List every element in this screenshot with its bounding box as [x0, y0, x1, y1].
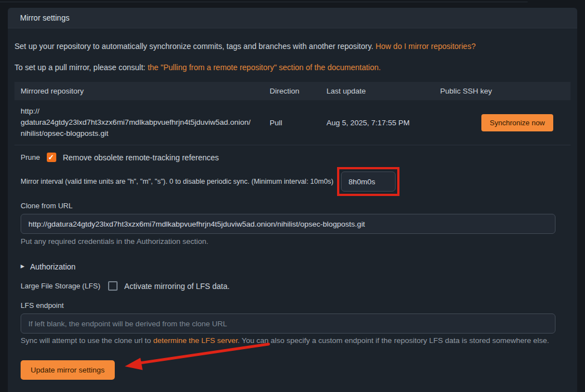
mirror-interval-row: Mirror interval (valid time units are "h… — [21, 171, 555, 192]
mirrored-repository-url: http:// gdatura24gtdy23lxd7ht3xzx6mi7mdl… — [14, 106, 264, 139]
mirror-settings-panel: Mirror settings Set up your repository t… — [8, 8, 577, 392]
mirrored-repositories-table: Mirrored repository Direction Last updat… — [14, 82, 571, 145]
panel-header: Mirror settings — [8, 8, 577, 28]
lfs-help-before: Sync will attempt to use the clone url t… — [21, 336, 153, 345]
clone-url-input[interactable] — [21, 214, 555, 234]
direction-value: Pull — [264, 119, 320, 127]
col-header-public-ssh-key: Public SSH key — [434, 87, 571, 95]
prune-row: Prune Remove obsolete remote-tracking re… — [21, 153, 555, 162]
update-mirror-settings-button[interactable]: Update mirror settings — [21, 360, 115, 380]
intro-line-1-text: Set up your repository to automatically … — [14, 42, 373, 51]
intro-line-1: Set up your repository to automatically … — [14, 41, 571, 52]
col-header-mirrored-repository: Mirrored repository — [14, 87, 264, 95]
prune-label: Prune — [21, 153, 40, 161]
prune-description: Remove obsolete remote-tracking referenc… — [63, 153, 219, 162]
col-header-direction: Direction — [264, 87, 320, 95]
determine-lfs-server-link[interactable]: determine the LFS server — [153, 336, 238, 345]
intro-line-2: To set up a pull mirror, please consult:… — [14, 62, 571, 73]
lfs-row: Large File Storage (LFS) Activate mirror… — [21, 281, 555, 291]
clone-url-label: Clone from URL — [21, 202, 555, 210]
previous-section-divider — [0, 2, 528, 2]
chevron-right-icon: ▶ — [21, 263, 25, 269]
lfs-help-after: . You can also specify a custom endpoint… — [237, 336, 549, 345]
lfs-checkbox[interactable] — [108, 281, 118, 291]
repo-url-line: nihilist/opsec-blogposts.git — [21, 128, 262, 139]
last-update-value: Aug 5, 2025, 7:17:55 PM — [320, 119, 434, 127]
intro-line-2-text: To set up a pull mirror, please consult: — [14, 63, 145, 72]
clone-url-help: Put any required credentials in the Auth… — [21, 237, 555, 246]
lfs-label: Large File Storage (LFS) — [21, 282, 100, 290]
table-row: http:// gdatura24gtdy23lxd7ht3xzx6mi7mdl… — [14, 100, 571, 145]
pulling-docs-link[interactable]: the "Pulling from a remote repository" s… — [148, 63, 381, 72]
lfs-endpoint-label: LFS endpoint — [21, 301, 555, 310]
authorization-expander[interactable]: ▶ Authorization — [21, 262, 555, 271]
prune-checkbox[interactable] — [47, 153, 56, 162]
authorization-label: Authorization — [30, 262, 76, 271]
lfs-endpoint-input[interactable] — [21, 313, 555, 334]
lfs-checkbox-text: Activate mirroring of LFS data. — [124, 282, 230, 291]
mirror-interval-label: Mirror interval (valid time units are "h… — [21, 178, 334, 185]
repo-url-line: http:// — [21, 106, 262, 117]
repo-url-line: gdatura24gtdy23lxd7ht3xzx6mi7mdlkabpvuef… — [21, 117, 262, 128]
col-header-last-update: Last update — [320, 87, 434, 95]
how-do-i-mirror-link[interactable]: How do I mirror repositories? — [376, 42, 476, 51]
lfs-help: Sync will attempt to use the clone url t… — [21, 336, 555, 345]
panel-title: Mirror settings — [20, 13, 70, 22]
mirror-interval-input[interactable] — [341, 171, 396, 192]
table-header-row: Mirrored repository Direction Last updat… — [14, 82, 571, 100]
synchronize-now-button[interactable]: Synchronize now — [481, 114, 553, 131]
